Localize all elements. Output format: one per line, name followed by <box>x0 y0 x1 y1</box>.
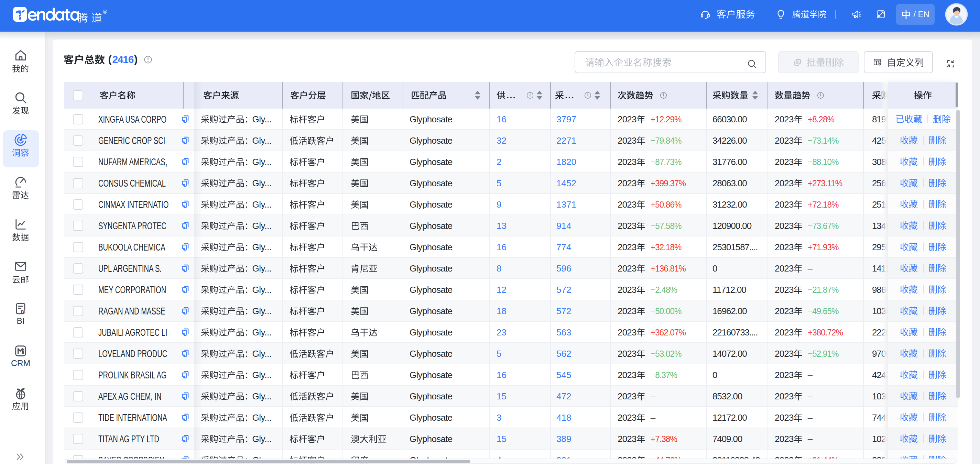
svg-text:BI: BI <box>21 309 25 315</box>
